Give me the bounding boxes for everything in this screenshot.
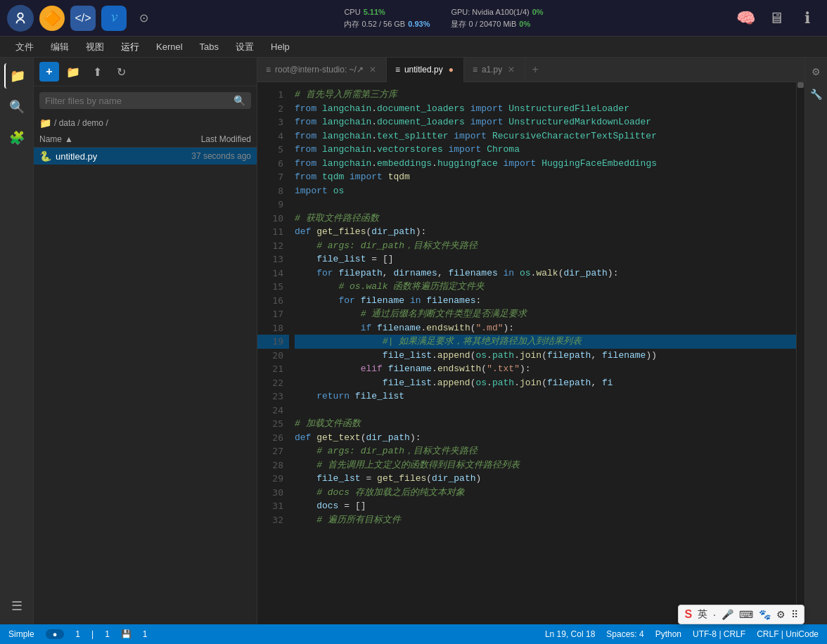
status-position: Ln 19, Col 18 [545,629,595,639]
code-line-16: for filename in filenames: [295,294,796,308]
activity-files[interactable]: 📁 [4,63,30,89]
code-line-15: # os.walk 函数将遍历指定文件夹 [295,280,796,294]
code-line-31: docs = [] [295,499,796,513]
activity-extensions[interactable]: 🧩 [4,125,30,150]
terminal-tab-close[interactable]: ✕ [368,63,378,76]
status-language[interactable]: Python [655,629,681,639]
file-item-untitled[interactable]: 🐍 untitled.py 37 seconds ago [34,148,257,165]
code-line-7: from tqdm import tqdm [295,170,796,184]
file-modified-label: 37 seconds ago [153,151,251,161]
code-line-24 [295,404,796,418]
compass-icon[interactable]: ⊙ [132,7,155,30]
cpu-status: CPU 5.11% 内存 0.52 / 56 GB 0.93% [344,6,430,30]
column-modified-header[interactable]: Last Modified [153,134,251,144]
tab-untitled[interactable]: ≡ untitled.py ● [387,58,464,82]
status-uni: CRLF | UniCode [757,629,819,639]
status-toggle[interactable]: ● [46,629,65,639]
right-wrench-icon[interactable]: 🔧 [808,86,825,103]
vscode-icon[interactable]: 𝓥 [101,6,127,31]
refresh-button[interactable]: ↻ [111,62,131,82]
new-file-button[interactable]: + [39,62,59,82]
code-content[interactable]: # 首先导入所需第三方库 from langchain.document_loa… [289,82,796,624]
right-bar: ⚙ 🔧 [804,58,827,624]
status-mode[interactable]: Simple [8,629,34,639]
code-line-6: from langchain.embeddings.huggingface im… [295,157,796,171]
code-line-27: # args: dir_path，目标文件夹路径 [295,444,796,458]
column-modified-label: Last Modified [201,134,251,144]
menu-file[interactable]: 文件 [8,39,41,55]
menu-tabs[interactable]: Tabs [193,40,226,53]
main-layout: 📁 🔍 🧩 ☰ + 📁 ⬆ ↻ 🔍 📁 / data / demo / Name… [0,58,827,624]
menu-edit[interactable]: 编辑 [44,39,76,55]
menu-run[interactable]: 运行 [114,39,146,55]
gpu-label: GPU: Nvidia A100(1/4) [451,6,529,18]
new-folder-button[interactable]: 📁 [63,62,83,82]
status-col: 1 [105,629,110,639]
menu-view[interactable]: 视图 [79,39,111,55]
activity-search[interactable]: 🔍 [4,94,30,120]
column-name-header[interactable]: Name ▲ [39,134,150,144]
gpu-status: GPU: Nvidia A100(1/4) 0% 显存 0 / 20470 Mi… [451,6,543,30]
a1-tab-close[interactable]: ✕ [506,63,516,76]
code-line-20: file_list.append(os.path.join(filepath, … [295,349,796,363]
code-line-14: for filepath, dirnames, filenames in os.… [295,266,796,281]
status-spaces-label: Spaces: 4 [606,629,643,639]
code-line-26: def get_text(dir_path): [295,431,796,445]
activity-bar: 📁 🔍 🧩 ☰ [0,58,34,624]
code-line-4: from langchain.text_splitter import Recu… [295,129,796,143]
search-input[interactable] [45,96,229,106]
code-line-17: # 通过后缀名判断文件类型是否满足要求 [295,307,796,321]
status-disk-icon: 💾 [121,629,132,639]
python-file-icon: 🐍 [39,150,51,162]
scrollbar[interactable] [796,82,804,624]
upload-button[interactable]: ⬆ [87,62,107,82]
add-tab-button[interactable]: + [525,58,545,82]
untitled-tab-close[interactable]: ● [447,63,455,76]
file-name-label: untitled.py [56,151,148,162]
right-settings-icon[interactable]: ⚙ [808,63,825,80]
topbar: 🔶 </> 𝓥 ⊙ CPU 5.11% 内存 0.52 / 56 GB 0.93… [0,0,827,37]
code-line-29: file_lst = get_files(dir_path) [295,472,796,486]
ime-paw-icon[interactable]: 🐾 [759,609,771,620]
code-line-12: # args: dir_path，目标文件夹路径 [295,239,796,253]
sort-arrow-icon: ▲ [65,134,73,144]
logo-icon[interactable] [7,5,34,32]
status-bar: Simple ● 1 | 1 💾 1 Ln 19, Col 18 Spaces:… [0,624,827,644]
ime-mic-icon[interactable]: 🎤 [722,609,733,620]
jupyter-icon[interactable]: 🔶 [39,6,65,31]
tf-icon[interactable]: 🧠 [733,6,758,31]
menu-settings[interactable]: 设置 [229,39,261,55]
folder-icon: 📁 [39,117,51,129]
code-line-19: #| 如果满足要求，将其绝对路径加入到结果列表 [295,335,796,349]
tab-terminal[interactable]: ≡ root@intern-studio: ~/↗ ✕ [257,58,387,82]
code-line-10: # 获取文件路径函数 [295,212,796,226]
settings-icon[interactable]: 🖥 [764,6,789,31]
menu-help[interactable]: Help [264,40,297,53]
ime-keyboard-icon[interactable]: ⌨ [739,609,753,620]
scroll-thumb[interactable] [797,82,804,88]
status-spaces: 1 [143,629,148,639]
ime-dot: · [713,609,716,620]
code-line-18: if filename.endswith(".md"): [295,321,796,335]
ime-settings-icon[interactable]: ⚙ [776,609,786,620]
menubar: 文件 编辑 视图 运行 Kernel Tabs 设置 Help [0,37,827,58]
code-line-1: # 首先导入所需第三方库 [295,88,796,102]
activity-list[interactable]: ☰ [4,593,30,619]
vram-label: 显存 0 / 20470 MiB [451,18,516,30]
menu-kernel[interactable]: Kernel [149,40,190,53]
ime-lang-label[interactable]: 英 [698,608,707,621]
ime-grid-icon[interactable]: ⠿ [791,609,798,620]
code-icon[interactable]: </> [70,6,96,31]
tab-a1[interactable]: ≡ a1.py ✕ [464,58,525,82]
vram-value: 0% [519,18,530,30]
info-icon[interactable]: ℹ [795,6,820,31]
gpu-value: 0% [532,6,544,18]
breadcrumb: 📁 / data / demo / [34,115,257,131]
code-line-23: return file_list [295,389,796,404]
sidebar-toolbar: + 📁 ⬆ ↻ [34,58,257,86]
status-col-icon: | [91,629,94,639]
code-editor: 12345 678910 1112131415 1617181920 21222… [257,82,804,624]
svg-point-0 [18,13,23,18]
code-line-8: import os [295,184,796,198]
column-name-label: Name [39,134,62,144]
